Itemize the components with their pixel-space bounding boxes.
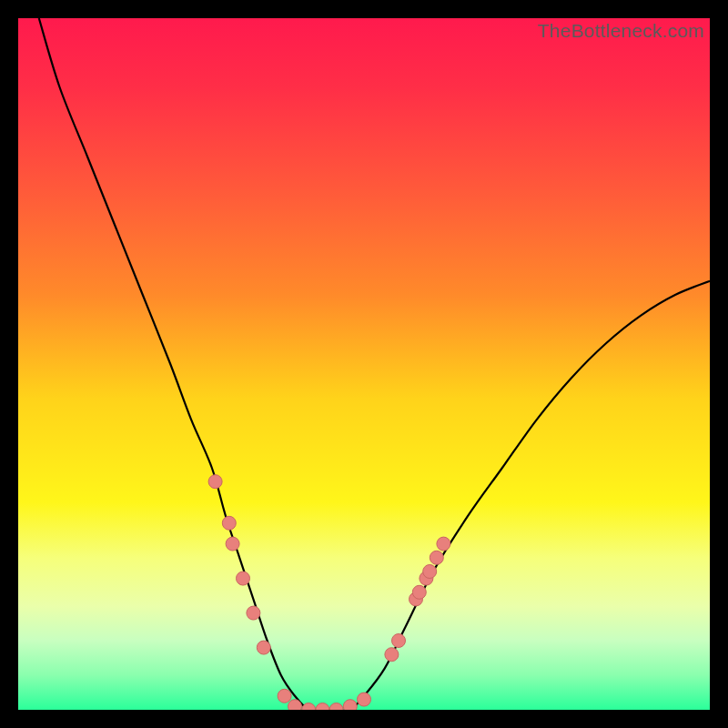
marker-dot — [237, 571, 250, 585]
marker-dot — [257, 641, 270, 654]
marker-dot — [278, 689, 291, 703]
bottleneck-chart — [18, 18, 710, 710]
marker-dot — [430, 551, 443, 564]
marker-dot — [226, 537, 239, 551]
marker-dot — [358, 693, 371, 706]
marker-dot — [343, 700, 357, 710]
marker-dot — [222, 516, 236, 530]
chart-frame: TheBottleneck.com — [18, 18, 710, 710]
marker-dot — [412, 585, 426, 599]
marker-dot — [208, 475, 222, 489]
watermark-label: TheBottleneck.com — [538, 20, 704, 42]
marker-dot — [288, 700, 302, 710]
marker-dot — [423, 565, 437, 579]
gradient-background — [18, 18, 710, 710]
marker-dot — [247, 606, 260, 620]
marker-dot — [437, 537, 450, 551]
marker-dot — [385, 648, 399, 662]
marker-dot — [392, 634, 406, 648]
